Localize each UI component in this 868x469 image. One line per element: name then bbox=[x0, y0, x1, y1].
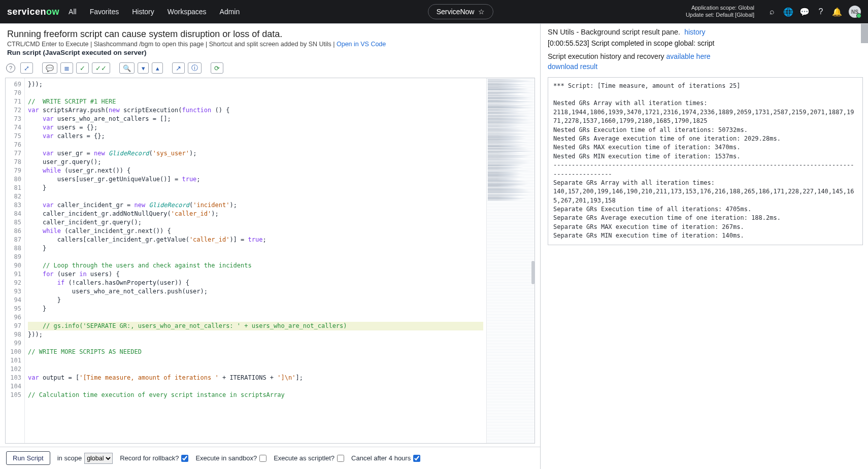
warning-text: Running freeform script can cause system… bbox=[7, 29, 533, 40]
main-split: Running freeform script can cause system… bbox=[0, 23, 868, 469]
minimap[interactable] bbox=[486, 78, 535, 443]
cancel-label[interactable]: Cancel after 4 hours bbox=[351, 454, 420, 462]
rollback-label[interactable]: Record for rollback? bbox=[120, 454, 188, 462]
sandbox-label[interactable]: Execute in sandbox? bbox=[195, 454, 266, 462]
left-header: Running freeform script can cause system… bbox=[0, 24, 540, 59]
popout-icon[interactable]: ↗ bbox=[172, 62, 185, 74]
rollback-checkbox[interactable] bbox=[181, 455, 188, 462]
code-area[interactable]: })); // WRITE SCRIPT #1 HEREvar scriptsA… bbox=[25, 78, 486, 443]
nav-workspaces[interactable]: Workspaces bbox=[168, 8, 207, 16]
result-header: SN Utils - Background script result pane… bbox=[548, 28, 863, 36]
top-icons: ⌕ 🌐 💬 ? 🔔 NS bbox=[767, 6, 861, 18]
history-link[interactable]: history bbox=[684, 28, 705, 36]
run-script-button[interactable]: Run Script bbox=[6, 451, 50, 465]
scrollbar[interactable] bbox=[861, 24, 868, 43]
search-code-icon[interactable]: 🔍 bbox=[119, 62, 135, 74]
scope-line1: Application scope: Global bbox=[686, 5, 754, 12]
info-icon[interactable]: ⓘ bbox=[188, 62, 202, 74]
line-gutter: 6970717273747576777879808182838485868788… bbox=[6, 78, 25, 443]
logo: servicenow bbox=[7, 7, 59, 17]
scriptlet-label[interactable]: Execute as scriptlet? bbox=[274, 454, 344, 462]
format-icon[interactable]: ≣ bbox=[60, 62, 73, 74]
top-nav: servicenow All Favorites History Workspa… bbox=[0, 0, 868, 23]
left-pane: Running freeform script can cause system… bbox=[0, 24, 541, 469]
avatar[interactable]: NS bbox=[849, 6, 861, 18]
scriptlet-text: Execute as scriptlet? bbox=[274, 454, 335, 462]
result-title: SN Utils - Background script result pane… bbox=[548, 28, 680, 36]
rollback-text: Record for rollback? bbox=[120, 454, 179, 462]
chat-icon[interactable]: 💬 bbox=[800, 7, 809, 16]
subinfo: CTRL/CMD Enter to Execute | Slashcommand… bbox=[7, 41, 533, 48]
globe-icon[interactable]: 🌐 bbox=[784, 7, 793, 16]
scope-label: in scope global bbox=[57, 453, 113, 464]
syntax-check-icon[interactable]: ✓ bbox=[76, 62, 89, 74]
editor-toolbar: ? ⤢ 💬 ≣ ✓ ✓✓ 🔍 ▾ ▴ ↗ ⓘ ⟳ bbox=[0, 59, 540, 78]
refresh-icon[interactable]: ⟳ bbox=[211, 62, 223, 74]
search-icon[interactable]: ⌕ bbox=[767, 7, 777, 16]
footer-bar: Run Script in scope global Record for ro… bbox=[0, 447, 540, 469]
cancel-text: Cancel after 4 hours bbox=[351, 454, 411, 462]
scope-line2: Update set: Default [Global] bbox=[686, 12, 754, 19]
servicenow-pill[interactable]: ServiceNow ☆ bbox=[428, 4, 494, 19]
comment-icon[interactable]: 💬 bbox=[42, 62, 57, 74]
sandbox-text: Execute in sandbox? bbox=[195, 454, 257, 462]
code-editor[interactable]: 6970717273747576777879808182838485868788… bbox=[5, 78, 535, 444]
nav-all[interactable]: All bbox=[69, 8, 77, 16]
nav-favorites[interactable]: Favorites bbox=[90, 8, 119, 16]
scriptlet-checkbox[interactable] bbox=[337, 455, 344, 462]
resize-handle[interactable] bbox=[531, 261, 535, 284]
chevron-down-icon[interactable]: ▾ bbox=[138, 62, 149, 74]
console-output: *** Script: [Time measure, amount of ite… bbox=[548, 77, 863, 245]
nav-admin[interactable]: Admin bbox=[220, 8, 240, 16]
scope-block: Application scope: Global Update set: De… bbox=[686, 5, 754, 19]
result-pane: SN Utils - Background script result pane… bbox=[541, 24, 868, 469]
syntax-check2-icon[interactable]: ✓✓ bbox=[92, 62, 110, 74]
run-script-title: Run script (JavaScript executed on serve… bbox=[7, 49, 533, 56]
scope-label-text: in scope bbox=[57, 454, 82, 462]
logo-text-right: ow bbox=[46, 7, 59, 17]
recovery-block: Script execution history and recovery av… bbox=[548, 51, 863, 72]
scope-select[interactable]: global bbox=[84, 453, 113, 464]
chevron-up-icon[interactable]: ▴ bbox=[152, 62, 163, 74]
pill-label: ServiceNow bbox=[437, 8, 475, 16]
result-status: [0:00:55.523] Script completed in scope … bbox=[548, 39, 863, 47]
subinfo-a: CTRL/CMD Enter to Execute bbox=[7, 41, 88, 48]
cancel-checkbox[interactable] bbox=[413, 455, 420, 462]
toggle-full-icon[interactable]: ⤢ bbox=[20, 62, 33, 74]
download-link[interactable]: download result bbox=[548, 62, 597, 71]
help-icon[interactable]: ? bbox=[816, 7, 825, 16]
context-help-icon[interactable]: ? bbox=[6, 63, 15, 73]
recovery-link[interactable]: available here bbox=[666, 52, 710, 60]
open-vscode-link[interactable]: Open in VS Code bbox=[337, 41, 386, 48]
logo-text-left: servicen bbox=[7, 7, 46, 17]
nav-history[interactable]: History bbox=[132, 8, 154, 16]
subinfo-c: Shortcut and split screen added by SN Ut… bbox=[209, 41, 331, 48]
nav-links: All Favorites History Workspaces Admin bbox=[69, 8, 240, 16]
star-icon: ☆ bbox=[478, 8, 485, 16]
subinfo-b: Slashcommand /bgm to open this page bbox=[94, 41, 204, 48]
sandbox-checkbox[interactable] bbox=[259, 455, 266, 462]
bell-icon[interactable]: 🔔 bbox=[832, 7, 842, 16]
recovery-text: Script execution history and recovery bbox=[548, 52, 666, 60]
